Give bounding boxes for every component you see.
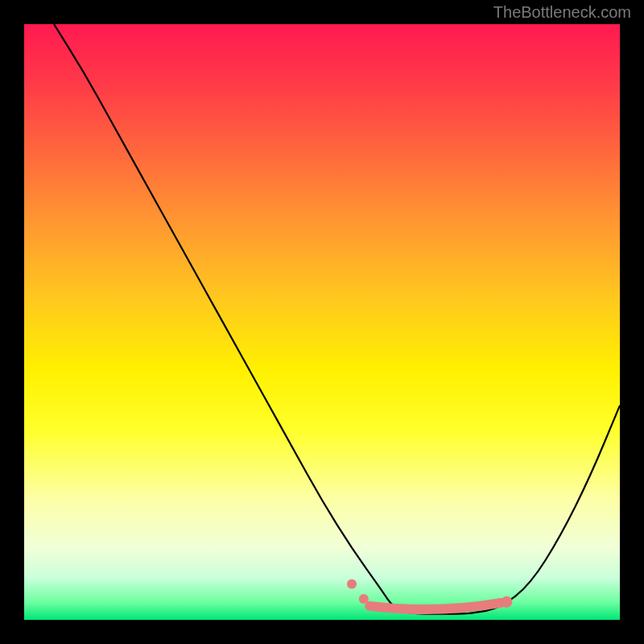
- highlight-band: [369, 603, 501, 609]
- highlight-dot-2: [359, 594, 369, 604]
- highlight-dot-1: [347, 580, 357, 589]
- curve-svg: [24, 24, 620, 620]
- highlight-dot-3: [501, 597, 512, 608]
- chart-plot-area: [24, 24, 620, 620]
- bottleneck-curve: [54, 24, 620, 614]
- watermark-text: TheBottleneck.com: [493, 3, 631, 22]
